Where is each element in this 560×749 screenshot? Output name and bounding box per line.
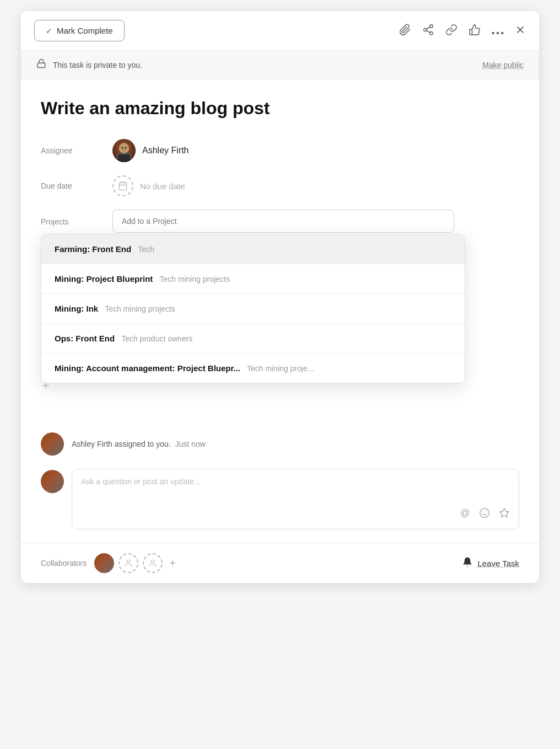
projects-label: Projects	[41, 210, 112, 226]
assignee-value[interactable]: Ashley Firth	[112, 139, 189, 162]
comment-section: Ask a question or post an update... @	[21, 460, 539, 543]
privacy-text: This task is private to you.	[53, 61, 142, 69]
projects-input[interactable]	[112, 210, 454, 233]
activity-time: Just now	[175, 440, 206, 448]
svg-line-4	[427, 27, 430, 29]
dropdown-item-name: Mining: Account management: Project Blue…	[55, 363, 240, 373]
at-icon[interactable]: @	[460, 507, 470, 521]
bell-icon	[462, 557, 473, 570]
add-collaborator-button[interactable]: +	[169, 557, 176, 570]
dropdown-item-sub: Tech mining proje...	[247, 364, 314, 373]
commenter-avatar	[41, 470, 64, 493]
privacy-bar: This task is private to you. Make public	[21, 51, 539, 79]
svg-point-7	[501, 31, 504, 34]
like-icon[interactable]	[469, 24, 481, 38]
dropdown-item-sub: Tech	[138, 245, 154, 254]
svg-rect-19	[119, 183, 127, 190]
collaborator-avatar	[94, 553, 114, 573]
check-icon: ✓	[46, 26, 52, 35]
due-date-row: Due date No due date	[41, 175, 519, 196]
make-public-link[interactable]: Make public	[482, 61, 524, 69]
collaborators-left: Collaborators +	[41, 553, 176, 573]
dropdown-item-name: Farming: Front End	[55, 244, 131, 254]
dropdown-item-name: Ops: Front End	[55, 334, 115, 343]
privacy-message: This task is private to you.	[36, 58, 142, 71]
dropdown-item[interactable]: Farming: Front End Tech	[41, 234, 465, 264]
collaborators-label: Collaborators	[41, 559, 87, 568]
svg-rect-10	[37, 63, 45, 67]
close-icon[interactable]	[515, 24, 526, 38]
activity-section: Ashley Firth assigned to you. Just now	[21, 417, 539, 460]
dropdown-item-sub: Tech mining projects	[159, 275, 230, 283]
share-icon[interactable]	[422, 24, 434, 38]
collaborator-avatars: +	[94, 553, 176, 573]
projects-row: Projects Farming: Front End Tech Mining:…	[41, 210, 519, 233]
due-date-label: Due date	[41, 181, 112, 190]
activity-avatar	[41, 432, 64, 456]
dropdown-item-name: Mining: Project Blueprint	[55, 274, 153, 283]
leave-task-button[interactable]: Leave Task	[462, 557, 519, 570]
task-panel: ✓ Mark Complete	[21, 11, 539, 583]
activity-item: Ashley Firth assigned to you. Just now	[41, 428, 519, 460]
attachment-icon[interactable]	[399, 24, 411, 38]
add-collaborator-slot-1[interactable]	[119, 553, 138, 573]
link-icon[interactable]	[445, 24, 457, 38]
dropdown-item[interactable]: Ops: Front End Tech product owners	[41, 324, 465, 354]
activity-author: Ashley Firth assigned to you.	[72, 440, 171, 448]
more-icon[interactable]	[492, 25, 504, 36]
toolbar-left: ✓ Mark Complete	[34, 20, 125, 41]
dropdown-item-name: Mining: Ink	[55, 304, 98, 313]
toolbar: ✓ Mark Complete	[21, 11, 539, 51]
toolbar-right	[399, 24, 526, 38]
no-due-date-text: No due date	[140, 181, 185, 191]
main-content: Write an amazing blog post Assignee	[21, 79, 539, 417]
svg-point-25	[480, 509, 489, 518]
add-collaborator-slot-2[interactable]	[143, 553, 163, 573]
activity-text: Ashley Firth assigned to you. Just now	[72, 440, 206, 448]
comment-icons: @	[81, 507, 510, 521]
task-title: Write an amazing blog post	[41, 97, 519, 119]
comment-placeholder: Ask a question or post an update...	[81, 477, 510, 486]
projects-input-wrapper: Farming: Front End Tech Mining: Project …	[112, 210, 519, 233]
lock-icon	[36, 58, 46, 71]
svg-point-30	[152, 560, 154, 563]
svg-line-3	[427, 30, 430, 33]
svg-marker-28	[500, 509, 509, 517]
due-date-value[interactable]: No due date	[112, 175, 185, 196]
due-date-icon	[112, 175, 133, 196]
svg-point-16	[122, 147, 123, 149]
projects-dropdown: Farming: Front End Tech Mining: Project …	[41, 234, 465, 383]
emoji-icon[interactable]	[479, 507, 490, 521]
dropdown-item[interactable]: Mining: Ink Tech mining projects	[41, 294, 465, 324]
svg-rect-18	[118, 154, 130, 162]
dropdown-item[interactable]: Mining: Project Blueprint Tech mining pr…	[41, 264, 465, 294]
assignee-label: Assignee	[41, 146, 112, 155]
svg-point-15	[119, 143, 129, 153]
assignee-row: Assignee	[41, 139, 519, 162]
assignee-name: Ashley Firth	[142, 146, 189, 156]
svg-point-6	[497, 31, 499, 34]
avatar	[112, 139, 136, 162]
svg-point-17	[125, 147, 127, 149]
svg-point-5	[492, 31, 494, 34]
dropdown-item-sub: Tech product owners	[121, 334, 192, 343]
mark-complete-label: Mark Complete	[57, 26, 113, 35]
dropdown-item[interactable]: Mining: Account management: Project Blue…	[41, 354, 465, 383]
svg-point-29	[127, 560, 130, 563]
mark-complete-button[interactable]: ✓ Mark Complete	[34, 20, 125, 41]
comment-input-wrapper[interactable]: Ask a question or post an update... @	[72, 469, 519, 529]
dropdown-item-sub: Tech mining projects	[105, 304, 175, 313]
collaborators-footer: Collaborators +	[21, 543, 539, 583]
star-icon[interactable]	[499, 507, 510, 521]
leave-task-label: Leave Task	[477, 559, 519, 568]
